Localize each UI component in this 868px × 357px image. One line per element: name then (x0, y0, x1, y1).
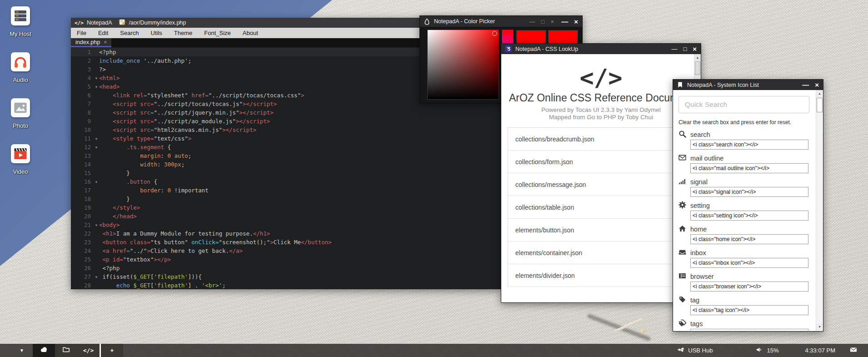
icon-name: tags (690, 320, 703, 327)
code-line[interactable]: 27▼ if(isset($_GET['filepath'])){ (71, 272, 501, 281)
lookup-titlebar[interactable]: NotepadA - CSS LookUp — □ × (501, 44, 701, 54)
minimize-icon[interactable]: — (802, 81, 809, 88)
code-line[interactable]: 28 echo $_GET['filepath'] . '<br>'; (71, 281, 501, 290)
menu-about[interactable]: About (237, 30, 264, 36)
fold-arrow-icon[interactable]: ▼ (94, 74, 99, 82)
icon-list-item-browser: browser (678, 272, 808, 292)
code-line[interactable]: 9 <script src="../script/ao_module.js"><… (71, 117, 501, 126)
iconlist-scrollbar[interactable]: ▲ ▼ (816, 90, 823, 331)
minimize-icon[interactable]: — (561, 18, 568, 25)
maximize-icon[interactable]: □ (683, 46, 687, 52)
close-icon[interactable]: × (693, 45, 697, 52)
code-line[interactable]: 24 <a href="../">Click here to get back.… (71, 246, 501, 255)
icon-code-input[interactable] (690, 258, 808, 268)
line-number: 9 (71, 117, 94, 126)
editor-app-title: NotepadA (87, 20, 112, 26)
menu-search[interactable]: Search (114, 30, 145, 36)
maximize-icon[interactable]: □ (541, 19, 545, 25)
lookup-item[interactable]: collections/breadcrumb.json (508, 128, 694, 151)
desktop-icon-audio[interactable]: Audio (5, 52, 36, 83)
code-line[interactable]: 8 <script src="../script/jquery.min.js">… (71, 108, 501, 117)
quick-search-input[interactable] (678, 96, 809, 113)
desktop-icon-video[interactable]: Video (5, 144, 36, 175)
scrollbar-thumb[interactable] (695, 61, 700, 75)
taskbar-tile-new-tab[interactable]: + (101, 344, 123, 357)
tab-label: index.php (75, 39, 100, 45)
code-line[interactable]: 16▼ .button { (71, 177, 501, 186)
icon-name: search (690, 131, 710, 138)
code-text: <h1>I am a Dummy Module for testing purp… (99, 229, 270, 238)
taskbar-tile-file-manager[interactable] (55, 344, 77, 357)
menu-file[interactable]: File (71, 30, 92, 36)
close-icon[interactable]: × (574, 18, 578, 25)
minimize-icon[interactable]: — (529, 19, 535, 25)
scroll-down-icon[interactable]: ▼ (816, 323, 823, 331)
fold-gutter (94, 48, 99, 56)
code-line[interactable]: 10 <script src="html2canvas.min.js"></sc… (71, 126, 501, 134)
code-line[interactable]: 19 </style> (71, 203, 501, 212)
desktop-icons: My HostAudioPhotoVideo (5, 6, 36, 190)
code-line[interactable]: 18 } (71, 195, 501, 203)
lookup-item[interactable]: elements/divider.json (508, 264, 694, 287)
close-icon[interactable]: × (815, 81, 819, 88)
icon-code-input[interactable] (690, 329, 808, 331)
picker-titlebar[interactable]: NotepadA - Color Picker — □ × — × (420, 16, 582, 27)
code-line[interactable]: 17 border: 0 !important (71, 186, 501, 195)
taskbar-tile-code-editor[interactable]: </> (77, 344, 100, 357)
code-line[interactable]: 22 <h1>I am a Dummy Module for testing p… (71, 229, 501, 238)
notifications[interactable] (850, 346, 857, 355)
taskbar-menu-arrow-icon[interactable]: ▼ (17, 348, 26, 353)
icon-code-input[interactable] (690, 163, 808, 173)
code-line[interactable]: 13 margin: 0 auto; (71, 151, 501, 160)
menu-edit[interactable]: Edit (92, 30, 114, 36)
menu-theme[interactable]: Theme (168, 30, 198, 36)
code-line[interactable]: 11▼ <style type="text/css"> (71, 134, 501, 143)
lookup-item[interactable]: collections/message.json (508, 173, 694, 196)
desktop-icon-photo[interactable]: Photo (5, 98, 36, 129)
tab-index-php[interactable]: index.php × (71, 38, 111, 47)
icon-list-item-setting: setting (678, 201, 808, 221)
minimize-icon[interactable]: — (671, 46, 677, 52)
scroll-up-icon[interactable]: ▲ (694, 54, 701, 61)
fold-arrow-icon[interactable]: ▼ (94, 143, 99, 151)
icon-code-input[interactable] (690, 140, 808, 150)
code-line[interactable]: 20 </head> (71, 212, 501, 221)
lookup-item[interactable]: elements/container.json (508, 241, 694, 264)
scrollbar-thumb[interactable] (817, 98, 823, 112)
code-line[interactable]: 26 <?php (71, 264, 501, 272)
desktop-icon-my-host[interactable]: My Host (5, 6, 36, 37)
usb-status[interactable]: USB Hub (677, 346, 713, 355)
menu-utils[interactable]: Utils (145, 30, 168, 36)
scroll-up-icon[interactable]: ▲ (816, 90, 823, 97)
fold-arrow-icon[interactable]: ▼ (94, 177, 99, 186)
code-line[interactable]: 12▼ .ts.segment { (71, 143, 501, 151)
iconlist-titlebar[interactable]: NotepadA - System Icon List — × (673, 80, 823, 90)
tab-close-icon[interactable]: × (104, 39, 107, 45)
icon-code-input[interactable] (690, 282, 808, 292)
fold-arrow-icon[interactable]: ▼ (94, 134, 99, 143)
close-icon[interactable]: × (550, 19, 554, 25)
fold-arrow-icon[interactable]: ▼ (94, 221, 99, 229)
icon-code-input[interactable] (690, 234, 808, 244)
taskbar-tile-cloud-app[interactable] (33, 344, 55, 357)
code-line[interactable]: 21▼<body> (71, 221, 501, 229)
code-line[interactable]: 25 <p id="textbox"></p> (71, 255, 501, 264)
lookup-title: NotepadA - CSS LookUp (515, 46, 578, 52)
icon-code-input[interactable] (690, 211, 808, 221)
saturation-value-gradient[interactable] (427, 30, 499, 100)
line-number: 7 (71, 100, 94, 108)
fold-arrow-icon[interactable]: ▼ (94, 272, 99, 281)
menu-font_size[interactable]: Font_Size (198, 30, 237, 36)
icon-code-input[interactable] (690, 187, 808, 197)
code-line[interactable]: 14 width: 300px; (71, 160, 501, 169)
code-line[interactable]: 23 <button class="ts button" onClick="sc… (71, 238, 501, 246)
icon-code-input[interactable] (690, 305, 808, 315)
code-line[interactable]: 15 } (71, 169, 501, 177)
color-cursor[interactable] (492, 31, 497, 36)
lookup-item[interactable]: collections/table.json (508, 196, 694, 219)
fold-arrow-icon[interactable]: ▼ (94, 82, 99, 91)
lookup-item[interactable]: collections/form.json (508, 151, 694, 173)
clock[interactable]: 4:33:07 PM (805, 347, 836, 354)
lookup-item[interactable]: elements/button.json (508, 219, 694, 241)
volume-status[interactable]: 15% (756, 346, 778, 355)
